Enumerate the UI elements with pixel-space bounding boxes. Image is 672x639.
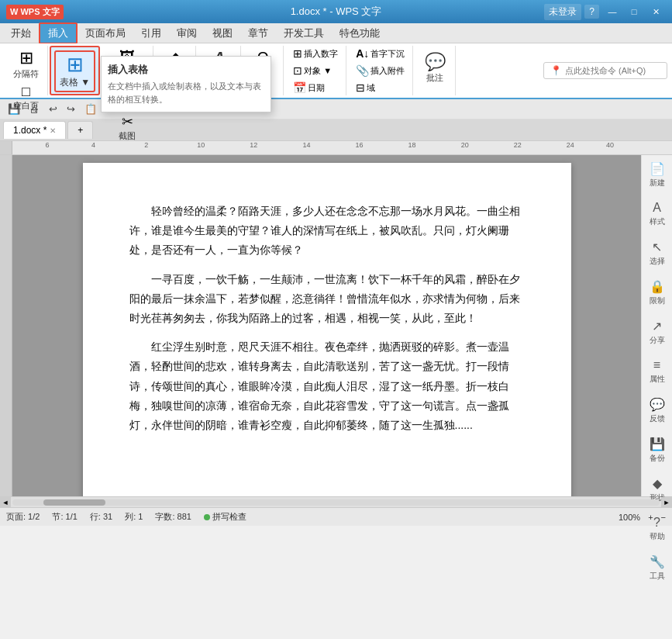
toolbar-group-misc: A↓ 首字下沉 📎 插入附件 ⊟ 域 <box>348 46 413 95</box>
search-command-input[interactable] <box>565 66 658 75</box>
rp-select-btn[interactable]: ↖ 选择 <box>643 237 671 270</box>
insert-number-btn[interactable]: ⊞ 插入数字 <box>290 46 341 61</box>
rp-property-label: 属性 <box>650 374 665 385</box>
status-spell[interactable]: 拼写检查 <box>204 511 246 523</box>
window-title: 1.docx * - WPS 文字 <box>291 5 382 19</box>
paragraph-2: 一寻百度，一饮千觞，一生颠沛，一世流离！饮下一杯千年的风霜，醉卧在夕阳的最后一抹… <box>129 270 525 329</box>
zoom-in-btn[interactable]: + <box>648 513 653 522</box>
screenshot-btn[interactable]: ✂ 截图 <box>112 112 143 144</box>
field-icon: ⊟ <box>356 81 365 94</box>
redo-btn[interactable]: ↪ <box>64 102 78 116</box>
add-tab-icon: + <box>78 125 83 136</box>
comment-btn[interactable]: 💬 批注 <box>419 47 450 89</box>
object-icon: ⊡ <box>293 64 302 77</box>
document-area[interactable]: 轻吟曾经的温柔？陌路天涯，多少人还在念念不忘那一场水月风花。一曲尘相许，谁是谁今… <box>12 155 641 496</box>
paste-btn[interactable]: 📋 <box>81 102 100 116</box>
title-bar: W WPS 文字 1.docx * - WPS 文字 未登录 ? — □ ✕ <box>0 0 672 23</box>
rp-style-label: 样式 <box>650 216 665 227</box>
ruler-corner <box>0 141 12 154</box>
wps-logo[interactable]: W WPS 文字 <box>6 5 64 19</box>
main-area: 轻吟曾经的温柔？陌路天涯，多少人还在念念不忘那一场水月风花。一曲尘相许，谁是谁今… <box>0 155 672 496</box>
dropdown-title: 插入表格 <box>108 63 264 77</box>
horizontal-scrollbar[interactable]: ◄ ► <box>0 496 672 507</box>
doc-tab-1[interactable]: 1.docx * ✕ <box>3 121 66 139</box>
zoom-out-btn[interactable]: − <box>661 513 666 522</box>
scroll-left-btn[interactable]: ◄ <box>0 497 11 508</box>
rp-share-icon: ↗ <box>652 319 662 333</box>
menu-item-view[interactable]: 视图 <box>205 24 240 43</box>
fenjie-btn[interactable]: ⊞ 分隔符 <box>9 47 43 82</box>
rp-tools-icon: 🔧 <box>650 554 665 569</box>
close-button[interactable]: ✕ <box>646 5 666 19</box>
dropcap-btn[interactable]: A↓ 首字下沉 <box>353 46 408 61</box>
paragraph-3: 红尘浮生别时意，咫尺天涯不相往。夜色牵绊，抛洒斑驳的碎影。煮一壶温酒，轻酌世间的… <box>129 337 525 435</box>
vertical-ruler <box>0 155 12 496</box>
menu-item-chapter[interactable]: 章节 <box>240 24 276 43</box>
status-col: 列: 1 <box>125 511 143 523</box>
title-bar-left: W WPS 文字 <box>6 5 64 19</box>
scroll-thumb[interactable] <box>43 499 105 506</box>
rp-select-icon: ↖ <box>652 240 662 254</box>
rp-backup-label: 备份 <box>650 453 665 464</box>
rp-tools-label: 工具 <box>650 571 665 582</box>
status-page: 页面: 1/2 <box>6 511 40 523</box>
toolbar-group-page: ⊞ 分隔符 □ 空白页 <box>5 46 48 95</box>
menu-item-devtools[interactable]: 开发工具 <box>276 24 332 43</box>
spell-status-dot <box>204 514 210 520</box>
rp-share-btn[interactable]: ↗ 分享 <box>643 316 671 349</box>
doc-tab-1-close[interactable]: ✕ <box>50 126 56 135</box>
rp-share-label: 分享 <box>650 335 665 346</box>
toolbar-group-comment: 💬 批注 <box>415 46 456 95</box>
kongbai-icon: □ <box>22 85 30 98</box>
menu-item-references[interactable]: 引用 <box>133 24 169 43</box>
status-chars: 字数: 881 <box>155 511 191 523</box>
doc-tab-add[interactable]: + <box>67 121 93 139</box>
table-dropdown: 插入表格 在文档中插入或绘制表格，以及文本与表格的相互转换。 <box>101 56 271 112</box>
menu-item-review[interactable]: 审阅 <box>169 24 205 43</box>
rp-style-btn[interactable]: A 样式 <box>643 198 671 230</box>
help-icon[interactable]: ? <box>584 5 599 19</box>
right-panel: 📄 新建 A 样式 ↖ 选择 🔒 限制 ↗ 分享 ≡ 属性 💬 反馈 💾 <box>641 155 672 496</box>
rp-style-icon: A <box>653 201 661 215</box>
object-btn[interactable]: ⊡ 对象 ▼ <box>290 63 341 78</box>
window-controls: — □ ✕ <box>602 5 666 19</box>
rp-backup-icon: 💾 <box>650 437 665 451</box>
menu-item-layout[interactable]: 页面布局 <box>78 24 133 43</box>
minimize-button[interactable]: — <box>602 5 622 19</box>
status-right: 100% + − <box>619 513 666 522</box>
menu-item-insert[interactable]: 插入 <box>39 22 78 44</box>
rp-feedback-label: 反馈 <box>650 413 665 424</box>
rp-help-label: 帮助 <box>650 531 665 542</box>
insert-number-icon: ⊞ <box>293 47 302 60</box>
date-btn[interactable]: 📅 日期 <box>290 80 341 95</box>
toolbar-group-table: ⊞ 表格 ▼ <box>50 46 100 95</box>
spell-label: 拼写检查 <box>212 511 246 523</box>
field-btn[interactable]: ⊟ 域 <box>353 80 408 95</box>
status-bar: 页面: 1/2 节: 1/1 行: 31 列: 1 字数: 881 拼写检查 1… <box>0 507 672 526</box>
menu-item-start[interactable]: 开始 <box>3 24 39 43</box>
rp-tools-btn[interactable]: 🔧 工具 <box>643 551 671 585</box>
zoom-level: 100% <box>619 513 640 522</box>
login-button[interactable]: 未登录 <box>544 4 581 20</box>
scroll-track[interactable] <box>12 499 660 506</box>
undo-btn[interactable]: ↩ <box>46 102 60 116</box>
document-page[interactable]: 轻吟曾经的温柔？陌路天涯，多少人还在念念不忘那一场水月风花。一曲尘相许，谁是谁今… <box>83 163 571 496</box>
rp-restrict-btn[interactable]: 🔒 限制 <box>643 276 671 309</box>
paragraph-1: 轻吟曾经的温柔？陌路天涯，多少人还在念念不忘那一场水月风花。一曲尘相许，谁是谁今… <box>129 202 525 261</box>
search-command-box[interactable]: 📍 <box>543 62 667 79</box>
rp-backup-btn[interactable]: 💾 备份 <box>643 433 671 467</box>
maximize-button[interactable]: □ <box>624 5 644 19</box>
rp-feedback-btn[interactable]: 💬 反馈 <box>643 394 671 427</box>
scroll-right-btn[interactable]: ► <box>661 497 672 508</box>
rp-new-btn[interactable]: 📄 新建 <box>643 158 671 192</box>
rp-shape-icon: ◆ <box>653 476 662 491</box>
fenjie-icon: ⊞ <box>19 50 33 67</box>
attachment-btn[interactable]: 📎 插入附件 <box>353 63 408 78</box>
search-pin-icon: 📍 <box>550 65 562 76</box>
kongbai-btn[interactable]: □ 空白页 <box>9 82 43 114</box>
rp-property-btn[interactable]: ≡ 属性 <box>643 355 671 388</box>
table-btn[interactable]: ⊞ 表格 ▼ <box>54 50 95 92</box>
search-area: 📍 <box>543 62 667 79</box>
menu-item-special[interactable]: 特色功能 <box>332 24 388 43</box>
attachment-icon: 📎 <box>356 64 369 77</box>
